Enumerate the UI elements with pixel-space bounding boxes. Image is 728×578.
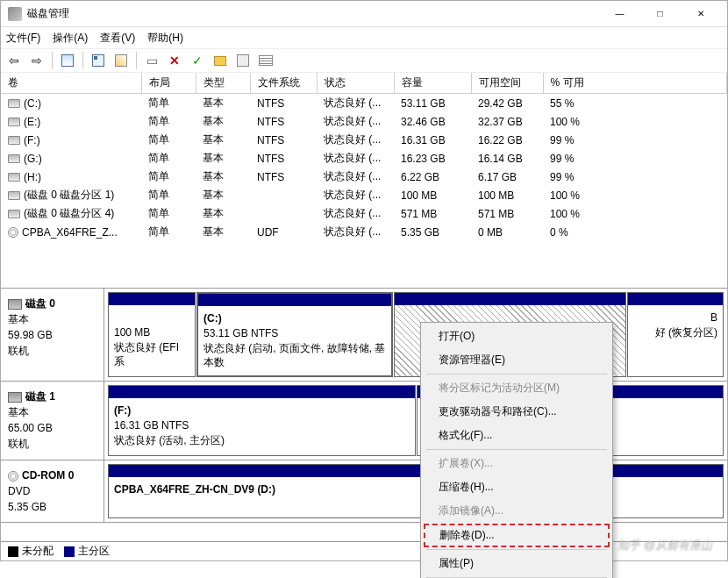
menu-file[interactable]: 文件(F): [6, 31, 40, 46]
col-volume[interactable]: 卷: [1, 73, 141, 94]
volume-list[interactable]: 卷 布局 类型 文件系统 状态 容量 可用空间 % 可用 (C:)简单基本NTF…: [1, 73, 727, 289]
close-button[interactable]: ✕: [681, 2, 720, 26]
ctx-mark-active: 将分区标记为活动分区(M): [423, 376, 610, 400]
drive-icon: [8, 154, 20, 163]
forward-button[interactable]: ⇨: [27, 51, 46, 70]
disk-1-info[interactable]: 磁盘 1 基本 65.00 GB 联机: [1, 382, 104, 460]
disk0-partition-1[interactable]: 100 MB状态良好 (EFI 系: [108, 292, 196, 377]
disk-1-row: 磁盘 1 基本 65.00 GB 联机 (F:)16.31 GB NTFS状态良…: [1, 382, 727, 460]
toolbar-check-icon[interactable]: ✓: [188, 51, 207, 70]
volume-row[interactable]: CPBA_X64FRE_Z...简单基本UDF状态良好 (...5.35 GB0…: [1, 223, 727, 241]
watermark: 知乎 @从前有座山: [600, 538, 712, 553]
toolbar-icon-2[interactable]: [111, 51, 131, 70]
ctx-format[interactable]: 格式化(F)...: [423, 424, 610, 447]
volume-row[interactable]: (F:)简单基本NTFS状态良好 (...16.31 GB16.22 GB99 …: [1, 131, 727, 149]
menu-help[interactable]: 帮助(H): [147, 31, 183, 46]
col-layout[interactable]: 布局: [141, 73, 196, 94]
disk0-partition-4[interactable]: B好 (恢复分区): [627, 292, 724, 377]
ctx-delete-volume[interactable]: 删除卷(D)...: [424, 524, 610, 547]
drive-icon: [8, 136, 20, 145]
disk-map[interactable]: 磁盘 0 基本 59.98 GB 联机 100 MB状态良好 (EFI 系 (C…: [1, 289, 727, 541]
col-fs[interactable]: 文件系统: [250, 73, 317, 94]
volume-row[interactable]: (G:)简单基本NTFS状态良好 (...16.23 GB16.14 GB99 …: [1, 149, 727, 168]
menu-action[interactable]: 操作(A): [53, 31, 88, 46]
cdrom-info[interactable]: CD-ROM 0 DVD 5.35 GB: [1, 460, 104, 522]
col-free[interactable]: 可用空间: [471, 73, 543, 94]
volume-row[interactable]: (磁盘 0 磁盘分区 4)简单基本状态良好 (...571 MB571 MB10…: [1, 204, 727, 223]
context-menu: 打开(O) 资源管理器(E) 将分区标记为活动分区(M) 更改驱动器号和路径(C…: [420, 322, 613, 578]
drive-icon: [8, 191, 20, 200]
cdrom-row: CD-ROM 0 DVD 5.35 GB CPBA_X64FRE_ZH-CN_D…: [1, 460, 727, 523]
disk-0-row: 磁盘 0 基本 59.98 GB 联机 100 MB状态良好 (EFI 系 (C…: [1, 289, 727, 382]
drive-icon: [8, 210, 20, 218]
volume-row[interactable]: (磁盘 0 磁盘分区 1)简单基本状态良好 (...100 MB100 MB10…: [1, 186, 727, 204]
ctx-explorer[interactable]: 资源管理器(E): [423, 348, 610, 372]
toolbar-settings-icon[interactable]: ▭: [142, 51, 161, 70]
ctx-change-letter[interactable]: 更改驱动器号和路径(C)...: [423, 400, 610, 424]
toolbar-folder-icon[interactable]: [211, 51, 230, 70]
volume-row[interactable]: (C:)简单基本NTFS状态良好 (...53.11 GB29.42 GB55 …: [1, 94, 727, 113]
disk0-partition-c[interactable]: (C:)53.11 GB NTFS状态良好 (启动, 页面文件, 故障转储, 基…: [196, 292, 393, 377]
disk-0-info[interactable]: 磁盘 0 基本 59.98 GB 联机: [1, 289, 104, 381]
legend-unallocated: 未分配: [22, 545, 54, 557]
col-pct[interactable]: % 可用: [543, 73, 727, 94]
disk1-partition-f[interactable]: (F:)16.31 GB NTFS状态良好 (活动, 主分区): [108, 385, 416, 456]
dvd-icon: [8, 227, 18, 238]
dvd-icon: [8, 471, 18, 482]
drive-icon: [8, 118, 20, 126]
toolbar-view-icon[interactable]: [58, 51, 77, 70]
legend-primary: 主分区: [78, 545, 110, 557]
menubar: 文件(F) 操作(A) 查看(V) 帮助(H): [1, 27, 727, 48]
ctx-extend: 扩展卷(X)...: [423, 452, 610, 475]
col-type[interactable]: 类型: [196, 73, 250, 94]
maximize-button[interactable]: □: [640, 2, 680, 26]
volume-row[interactable]: (E:)简单基本NTFS状态良好 (...32.46 GB32.37 GB100…: [1, 112, 727, 131]
ctx-shrink[interactable]: 压缩卷(H)...: [423, 475, 610, 499]
toolbar-list-icon[interactable]: [256, 51, 275, 70]
minimize-button[interactable]: —: [600, 2, 639, 26]
volume-row[interactable]: (H:)简单基本NTFS状态良好 (...6.22 GB6.17 GB99 %: [1, 168, 727, 186]
disk-icon: [8, 299, 22, 310]
disk-icon: [8, 392, 22, 403]
ctx-add-mirror: 添加镜像(A)...: [423, 499, 610, 523]
cdrom-partition[interactable]: CPBA_X64FRE_ZH-CN_DV9 (D:): [108, 464, 724, 518]
toolbar: ⇦ ⇨ ▭ ✕ ✓: [1, 48, 727, 73]
col-status[interactable]: 状态: [317, 73, 394, 94]
menu-view[interactable]: 查看(V): [100, 31, 135, 46]
drive-icon: [8, 99, 20, 108]
delete-icon[interactable]: ✕: [165, 51, 184, 70]
back-button[interactable]: ⇦: [4, 51, 24, 70]
app-icon: [8, 7, 22, 21]
titlebar: 磁盘管理 — □ ✕: [1, 1, 727, 27]
ctx-open[interactable]: 打开(O): [423, 325, 610, 348]
properties-icon[interactable]: [233, 51, 253, 70]
window-title: 磁盘管理: [27, 6, 600, 21]
drive-icon: [8, 173, 20, 182]
refresh-icon[interactable]: [89, 51, 108, 70]
ctx-properties[interactable]: 属性(P): [423, 552, 610, 575]
col-capacity[interactable]: 容量: [394, 73, 471, 94]
